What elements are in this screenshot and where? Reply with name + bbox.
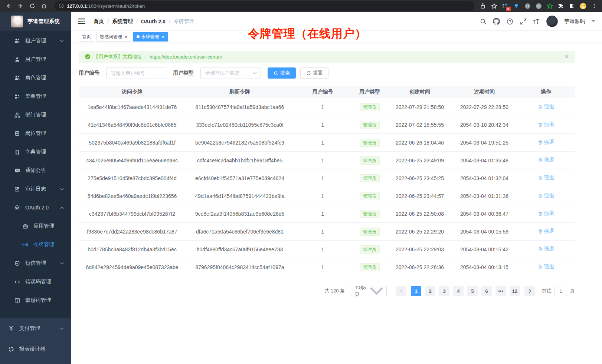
sidebar-item-OAuth 2.0[interactable]: OAuth 2.0 <box>0 198 71 217</box>
tab-label: 令牌管理 <box>141 34 159 40</box>
tab-令牌管理[interactable]: 令牌管理× <box>133 32 168 42</box>
breadcrumb-item[interactable]: OAuth 2.0 <box>141 19 166 24</box>
force-logout-button[interactable]: 强退 <box>538 192 554 199</box>
browser-forward-icon[interactable] <box>16 1 25 11</box>
browser-menu-kebab-icon[interactable] <box>591 3 598 9</box>
page-button-1[interactable]: 1 <box>411 286 421 296</box>
action-cell: 强退 <box>517 228 575 235</box>
sidebar-item-审计日志[interactable]: 审计日志 <box>0 180 71 198</box>
goto-page-input[interactable] <box>554 286 567 296</box>
table-row: 6d842e2924594de9a09e45e087323abe8796295f… <box>79 258 575 276</box>
next-page-button[interactable] <box>524 286 535 296</box>
user-id-cell: 1 <box>294 229 351 235</box>
sidebar-item-label: 应用管理 <box>33 223 66 229</box>
sidebar-collapse-icon[interactable] <box>78 18 86 25</box>
tab-label: 敏感词管理 <box>100 34 122 40</box>
puzzle-extensions-icon[interactable] <box>557 3 564 9</box>
doc-link[interactable]: https://doc.iocoder.cn/user-center/ <box>150 54 222 60</box>
force-logout-button[interactable]: 强退 <box>538 210 554 217</box>
alert-message: 【用户体系】文档地址： <box>94 53 147 60</box>
prev-page-button[interactable] <box>396 286 406 296</box>
tab-close-icon[interactable]: × <box>162 34 165 39</box>
gem-extension-icon[interactable] <box>513 3 520 9</box>
sidebar-item-错误码管理[interactable]: 错误码管理 <box>0 272 71 291</box>
sidebar-item-短信管理[interactable]: 短信管理 <box>0 254 71 272</box>
force-logout-button[interactable]: 强退 <box>538 264 554 270</box>
search-icon[interactable] <box>480 18 487 25</box>
sidebar-item-角色管理[interactable]: 角色管理 <box>0 69 71 87</box>
profile-avatar-emoji[interactable] <box>580 3 586 9</box>
help-icon[interactable] <box>506 18 513 25</box>
user-id-input[interactable] <box>106 67 166 79</box>
user-type-select[interactable]: 请选择用户类型 <box>200 67 261 79</box>
browser-reload-icon[interactable] <box>27 1 37 11</box>
reset-button[interactable]: 重置 <box>300 67 328 79</box>
force-logout-button[interactable]: 强退 <box>538 121 554 128</box>
audit-log-icon <box>14 186 20 192</box>
sidebar-item-菜单管理[interactable]: 菜单管理 <box>0 87 71 106</box>
site-info-icon[interactable] <box>59 3 64 9</box>
page-button-4[interactable]: 4 <box>453 286 464 296</box>
browser-home-icon[interactable] <box>39 1 49 11</box>
force-logout-button[interactable]: 强退 <box>538 246 554 252</box>
sidebar-item-岗位管理[interactable]: 岗位管理 <box>0 124 71 143</box>
access-token-cell: 502375b8040a469a9b82188afdf6af1f <box>79 140 186 146</box>
fullscreen-icon[interactable] <box>520 18 527 25</box>
page-button-12[interactable]: 12 <box>510 286 520 296</box>
browser-back-icon[interactable] <box>4 1 13 11</box>
chevron-down-icon <box>60 188 64 191</box>
share-icon[interactable] <box>480 3 486 9</box>
access-token-cell: f9336e7c7dd242a283ee98dc86b17a87 <box>79 229 186 235</box>
force-logout-button[interactable]: 强退 <box>538 103 554 110</box>
oauth-icon <box>14 205 20 211</box>
record-extension-icon[interactable] <box>535 3 542 9</box>
force-logout-button[interactable]: 强退 <box>538 157 554 163</box>
sidebar-item-敏感词管理[interactable]: 敏感词管理 <box>0 291 71 310</box>
github-icon[interactable] <box>493 18 500 25</box>
expire-time-cell: 2054-03-04 01:31:36 <box>452 193 517 199</box>
sidebar-item-令牌管理[interactable]: 令牌管理 <box>0 235 71 254</box>
breadcrumb-item[interactable]: 首页 <box>94 18 104 25</box>
menu-tree-icon <box>14 93 20 99</box>
tab-首页[interactable]: 首页 <box>79 32 94 42</box>
user-avatar[interactable] <box>546 16 558 27</box>
breadcrumb-item[interactable]: 系统管理 <box>112 18 133 25</box>
page-button-5[interactable]: 5 <box>467 286 478 296</box>
page-button-2[interactable]: 2 <box>425 286 435 296</box>
bookmark-star-icon[interactable] <box>491 3 497 9</box>
sidebar-item-支付管理[interactable]: 支付管理 <box>0 318 71 339</box>
sidebar-item-字典管理[interactable]: 字典管理 <box>0 143 71 161</box>
force-logout-button[interactable]: 强退 <box>538 175 554 181</box>
alert-close-icon[interactable]: ✕ <box>564 53 569 60</box>
green-star-extension-icon[interactable] <box>546 3 553 9</box>
sidebar-item-应用管理[interactable]: 应用管理 <box>0 217 71 235</box>
command-extension-icon[interactable] <box>524 3 531 9</box>
expire-time-cell: 2054-03-04 19:51:25 <box>452 140 517 146</box>
access-token-cell: 54d6be82ee5a460a9aedc1f9bf223656 <box>79 193 186 199</box>
sidebar-item-通知公告[interactable]: 通知公告 <box>0 161 71 180</box>
announcement-icon <box>14 168 20 173</box>
page-size-select[interactable]: 10条/页 <box>351 286 387 296</box>
tab-close-icon[interactable]: × <box>125 34 128 39</box>
sidebar-item-部门管理[interactable]: 部门管理 <box>0 106 71 124</box>
app-logo-strip[interactable]: 芋道管理系统 <box>0 12 71 31</box>
side-panel-icon[interactable] <box>569 3 575 9</box>
force-logout-button[interactable]: 强退 <box>538 139 554 146</box>
search-button[interactable]: 搜索 <box>268 67 296 79</box>
sidebar-item-报表设计器[interactable]: 报表设计器 <box>0 339 71 360</box>
user-type-cell: 管理员 <box>351 139 388 147</box>
chevron-down-icon[interactable] <box>591 20 595 23</box>
sidebar-item-用户管理[interactable]: 用户管理 <box>0 50 71 69</box>
tab-敏感词管理[interactable]: 敏感词管理× <box>96 32 131 42</box>
page-button-6[interactable]: 6 <box>481 286 492 296</box>
more-pages-button[interactable]: ••• <box>495 286 506 296</box>
address-bar[interactable]: 127.0.0.1:1024/system/oauth2/token <box>54 1 474 11</box>
font-size-icon[interactable] <box>533 18 540 25</box>
username[interactable]: 芋道源码 <box>564 18 585 25</box>
sidebar-item-租户管理[interactable]: 租户管理 <box>0 32 71 50</box>
extension-grid-icon[interactable]: 9 <box>502 3 508 9</box>
force-logout-button[interactable]: 强退 <box>538 228 554 235</box>
user-type-tag: 管理员 <box>360 263 380 271</box>
page-button-3[interactable]: 3 <box>439 286 449 296</box>
access-token-cell: b0d1785bc3a8482f812db4a3f3bd15ec <box>79 246 186 252</box>
